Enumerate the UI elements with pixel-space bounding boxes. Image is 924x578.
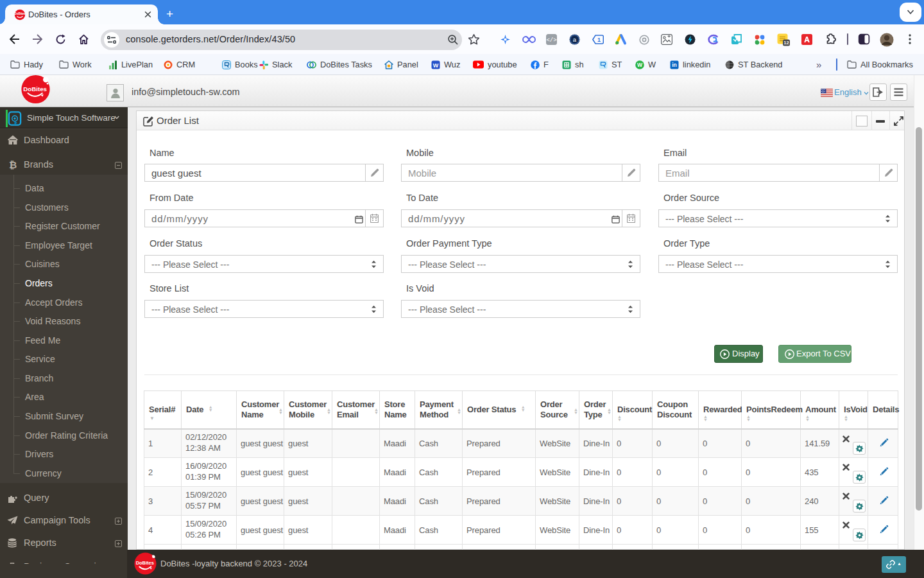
svg-text:a: a	[573, 36, 577, 43]
svg-text:W: W	[637, 62, 643, 68]
svg-text:DoBites: DoBites	[23, 85, 47, 92]
svg-text:in: in	[672, 62, 677, 68]
svg-text:DoBites: DoBites	[14, 12, 26, 15]
svg-text:₿: ₿	[9, 159, 17, 170]
svg-text:1: 1	[597, 37, 601, 43]
svg-text:DoBites: DoBites	[136, 560, 154, 566]
svg-text:12: 12	[783, 40, 789, 46]
svg-text:W: W	[433, 62, 439, 68]
svg-text:</>: </>	[546, 37, 556, 44]
